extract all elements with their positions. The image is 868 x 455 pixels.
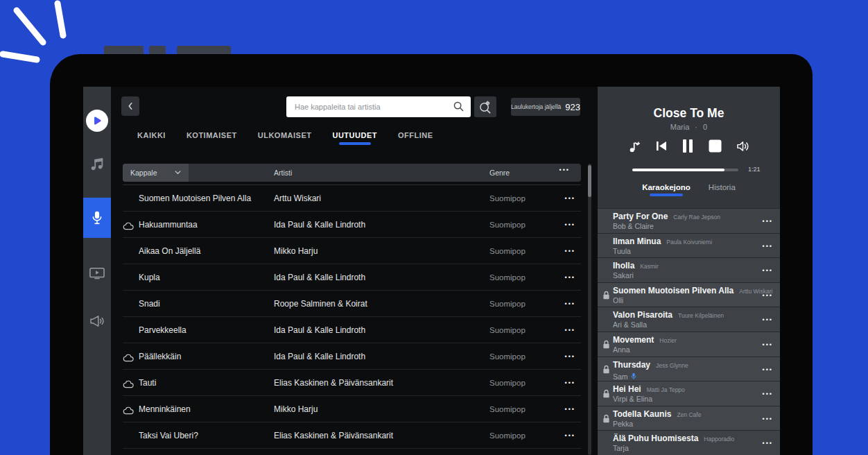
offline-cloud-icon [123, 221, 134, 233]
table-row[interactable]: Aikaa On JäljelläMikko HarjuSuomipop••• [123, 238, 581, 264]
tab-ulkomaiset[interactable]: ULKOMAISET [258, 131, 312, 145]
offline-cloud-icon [123, 222, 134, 230]
queue-menu-button[interactable]: ••• [763, 243, 773, 250]
song-genre: Suomipop [489, 352, 526, 361]
queue-tab-label: Karaokejono [642, 183, 691, 191]
row-menu-button[interactable]: ••• [565, 300, 575, 307]
lock-icon [602, 364, 610, 377]
song-title: Kupla [139, 273, 160, 282]
queue-singer-name: Sakari [613, 271, 634, 280]
queue-tab-historia[interactable]: Historia [709, 183, 736, 196]
queue-item[interactable]: Todella KaunisZen CafePekka••• [598, 406, 780, 431]
queue-singer-name: Anna [613, 345, 630, 354]
queue-item[interactable]: IhollaKasmirSakari••• [598, 257, 780, 282]
queue-menu-button[interactable]: ••• [763, 440, 773, 447]
queue-menu-button[interactable]: ••• [763, 366, 773, 373]
scrollbar-thumb[interactable] [588, 165, 591, 197]
sidebar-item-karaoke[interactable] [83, 198, 111, 238]
now-playing-singer: Maria [670, 123, 690, 131]
table-row[interactable]: Taksi Vai Uberi?Elias Kaskinen & Päiväns… [123, 422, 581, 449]
song-artist: Ida Paul & Kalle Lindroth [274, 220, 365, 230]
table-row[interactable]: SnadiRoope Salminen & KoiratSuomipop••• [123, 291, 581, 317]
tab-uutuudet[interactable]: UUTUUDET [332, 131, 377, 145]
song-genre: Suomipop [489, 300, 526, 308]
queue-item[interactable]: Ilman MinuaPaula KoivuniemiTuula••• [598, 233, 780, 258]
queue-singer-name: Ari & Salla [613, 320, 647, 329]
row-menu-button[interactable]: ••• [565, 327, 575, 334]
sidebar-item-announcements[interactable] [83, 311, 111, 332]
queue-item[interactable]: Hei HeiMatti Ja TeppoVirpi & Elina••• [598, 381, 780, 406]
table-row[interactable]: TautiElias Kaskinen & PäivänsankaritSuom… [123, 370, 581, 396]
queue-item[interactable]: Party For OneCarly Rae JepsonBob & Clair… [598, 208, 780, 233]
now-playing-count: 0 [703, 123, 707, 131]
queue-song-artist: Happoradio [704, 436, 734, 443]
queue-song-title: Ilman Minua [613, 237, 661, 246]
pause-button[interactable] [682, 139, 693, 153]
category-tabs: KAIKKIKOTIMAISETULKOMAISETUUTUUDETOFFLIN… [137, 131, 433, 145]
player-controls [598, 139, 780, 153]
queue-item-line2: Ari & Salla [613, 320, 647, 329]
queue-song-artist: Hozier [659, 337, 677, 344]
queue-menu-button[interactable]: ••• [763, 316, 773, 323]
tab-kaikki[interactable]: KAIKKI [137, 131, 166, 145]
song-genre: Suomipop [489, 326, 526, 334]
queue-item[interactable]: ThursdayJess GlynneSam••• [598, 357, 780, 381]
row-menu-button[interactable]: ••• [565, 274, 575, 281]
tab-kotimaiset[interactable]: KOTIMAISET [186, 131, 237, 145]
table-row[interactable]: KuplaIda Paul & Kalle LindrothSuomipop••… [123, 264, 581, 291]
header-menu-button[interactable]: ••• [555, 166, 574, 174]
queue-menu-button[interactable]: ••• [763, 267, 773, 274]
queue-singer-name: Sam [613, 372, 628, 381]
queue-menu-button[interactable]: ••• [763, 415, 773, 422]
progress-bar[interactable] [632, 169, 738, 171]
sidebar-item-videos[interactable] [83, 263, 111, 284]
tab-label: ULKOMAISET [258, 131, 312, 139]
list-scrollbar[interactable] [588, 164, 591, 455]
row-menu-button[interactable]: ••• [565, 221, 575, 228]
song-title: Päällekkäin [139, 352, 181, 361]
queue-menu-button[interactable]: ••• [763, 341, 773, 348]
row-menu-button[interactable]: ••• [565, 248, 575, 255]
lock-icon [602, 388, 610, 401]
row-menu-button[interactable]: ••• [565, 195, 575, 202]
queue-song-artist: Matti Ja Teppo [647, 386, 685, 393]
row-menu-button[interactable]: ••• [565, 353, 575, 360]
stop-button[interactable] [709, 139, 722, 153]
advanced-search-button[interactable] [474, 96, 496, 117]
queue-item[interactable]: Valon PisaroitaTuure KilpeläinenAri & Sa… [598, 307, 780, 332]
genre-column-label: Genre [489, 169, 510, 177]
queue-list: Party For OneCarly Rae JepsonBob & Clair… [598, 208, 780, 455]
now-playing-panel: Close To Me Maria·0 [598, 87, 780, 455]
queue-item[interactable]: Älä Puhu HuomisestaHapporadioTarja••• [598, 430, 780, 455]
table-row[interactable]: MenninkäinenMikko HarjuSuomipop••• [123, 396, 581, 422]
table-row[interactable]: HakuammuntaaIda Paul & Kalle LindrothSuo… [123, 212, 581, 238]
previous-button[interactable] [656, 141, 667, 151]
tablet-frame: Laulukertoja jäljellä 923 KAIKKIKOTIMAIS… [50, 54, 813, 455]
search-icon [453, 101, 464, 112]
table-row[interactable]: Suomen Muotoisen Pilven AllaArttu Wiskar… [123, 185, 581, 212]
queue-song-artist: Tuure Kilpeläinen [678, 312, 724, 319]
search-input[interactable] [286, 96, 471, 117]
tab-offline[interactable]: OFFLINE [398, 131, 433, 145]
volume-button[interactable] [737, 141, 749, 152]
pitch-button[interactable] [629, 140, 641, 153]
song-column-dropdown[interactable]: Kappale [123, 164, 189, 182]
table-row[interactable]: ParvekkeellaIda Paul & Kalle LindrothSuo… [123, 317, 581, 343]
back-button[interactable] [121, 96, 139, 116]
queue-item-line2: Sakari [613, 271, 634, 280]
row-menu-button[interactable]: ••• [565, 379, 575, 386]
table-row[interactable]: PäällekkäinIda Paul & Kalle LindrothSuom… [123, 343, 581, 370]
queue-song-title: Party For One [613, 212, 668, 221]
queue-menu-button[interactable]: ••• [763, 292, 773, 299]
sidebar-item-home[interactable] [86, 110, 108, 132]
row-menu-button[interactable]: ••• [565, 432, 575, 439]
queue-menu-button[interactable]: ••• [763, 218, 773, 225]
queue-item[interactable]: MovementHozierAnna••• [598, 332, 780, 357]
queue-menu-button[interactable]: ••• [763, 390, 773, 397]
queue-tab-karaokejono[interactable]: Karaokejono [642, 183, 691, 196]
row-menu-button[interactable]: ••• [565, 406, 575, 413]
queue-item-line2: Bob & Claire [613, 222, 654, 230]
song-artist: Mikko Harju [274, 246, 318, 256]
queue-item[interactable]: Suomen Muotoisen Pilven AllaArttu Wiskar… [598, 282, 780, 307]
sidebar-item-music[interactable] [83, 153, 111, 176]
